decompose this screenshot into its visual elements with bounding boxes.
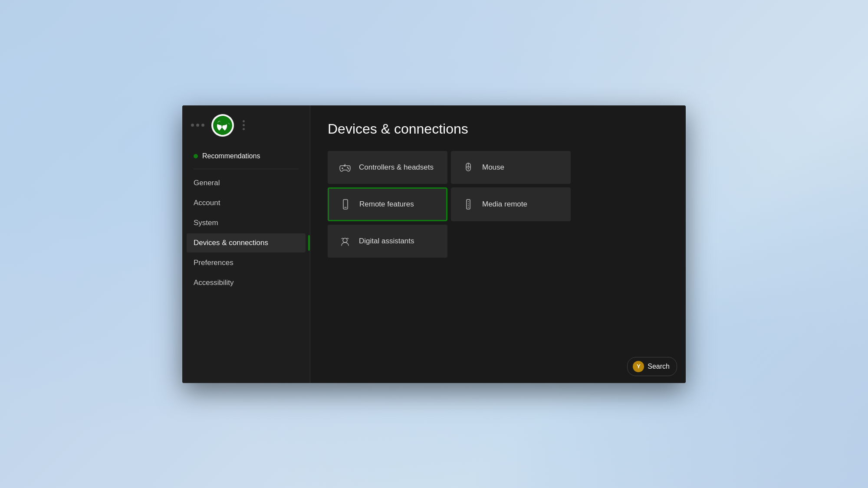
y-label: Y xyxy=(637,363,641,370)
sidebar-item-preferences[interactable]: Preferences xyxy=(187,253,306,272)
mouse-label: Mouse xyxy=(482,163,504,172)
grid-item-controllers[interactable]: Controllers & headsets xyxy=(328,151,447,184)
sidebar: Recommendations General Account System D… xyxy=(182,105,310,383)
controllers-label: Controllers & headsets xyxy=(359,163,434,172)
devices-label: Devices & connections xyxy=(194,239,268,247)
grid-item-media-remote[interactable]: Media remote xyxy=(451,187,571,221)
menu-dot-2 xyxy=(243,124,245,126)
svg-point-16 xyxy=(468,207,469,208)
back-dots[interactable] xyxy=(191,124,204,127)
sidebar-header xyxy=(182,114,310,147)
devices-grid: Controllers & headsets Mouse xyxy=(328,151,571,258)
sidebar-item-system[interactable]: System xyxy=(187,213,306,233)
media-remote-label: Media remote xyxy=(482,200,527,209)
assistant-icon xyxy=(339,235,351,247)
general-label: General xyxy=(194,179,220,187)
y-button-icon: Y xyxy=(633,361,644,372)
svg-point-14 xyxy=(468,203,469,204)
main-content: Devices & connections Controllers & head… xyxy=(310,105,686,383)
settings-window: Recommendations General Account System D… xyxy=(182,105,686,383)
svg-point-5 xyxy=(348,168,349,169)
menu-dots[interactable] xyxy=(243,120,245,130)
accessibility-label: Accessibility xyxy=(194,278,234,287)
svg-point-15 xyxy=(468,205,469,206)
xbox-logo[interactable] xyxy=(211,114,234,137)
svg-point-9 xyxy=(468,168,469,169)
page-title: Devices & connections xyxy=(328,121,668,137)
search-label: Search xyxy=(648,363,670,370)
dot-2 xyxy=(196,124,199,127)
system-label: System xyxy=(194,219,218,227)
search-bar[interactable]: Y Search xyxy=(627,357,677,376)
digital-assistants-label: Digital assistants xyxy=(359,237,414,246)
nav-divider xyxy=(194,169,299,169)
sidebar-item-account[interactable]: Account xyxy=(187,193,306,213)
grid-item-digital-assistants[interactable]: Digital assistants xyxy=(328,225,447,258)
sidebar-item-recommendations[interactable]: Recommendations xyxy=(187,147,306,165)
grid-item-remote-features[interactable]: Remote features xyxy=(328,187,447,221)
controller-icon xyxy=(339,161,351,174)
remote-features-label: Remote features xyxy=(359,200,414,209)
dot-3 xyxy=(201,124,204,127)
sidebar-item-devices[interactable]: Devices & connections xyxy=(187,233,306,252)
recommendations-label: Recommendations xyxy=(202,152,260,160)
sidebar-item-general[interactable]: General xyxy=(187,174,306,193)
mouse-icon xyxy=(462,161,474,174)
grid-item-mouse[interactable]: Mouse xyxy=(451,151,571,184)
dot-1 xyxy=(191,124,194,127)
sidebar-item-accessibility[interactable]: Accessibility xyxy=(187,273,306,292)
remote-icon xyxy=(462,198,474,210)
menu-dot-3 xyxy=(243,128,245,130)
preferences-label: Preferences xyxy=(194,259,233,267)
svg-point-17 xyxy=(343,238,347,242)
online-indicator xyxy=(194,154,198,158)
account-label: Account xyxy=(194,199,220,207)
phone-icon xyxy=(339,198,352,210)
menu-dot-1 xyxy=(243,120,245,122)
svg-point-4 xyxy=(347,167,349,168)
sidebar-nav: Recommendations General Account System D… xyxy=(182,147,310,292)
